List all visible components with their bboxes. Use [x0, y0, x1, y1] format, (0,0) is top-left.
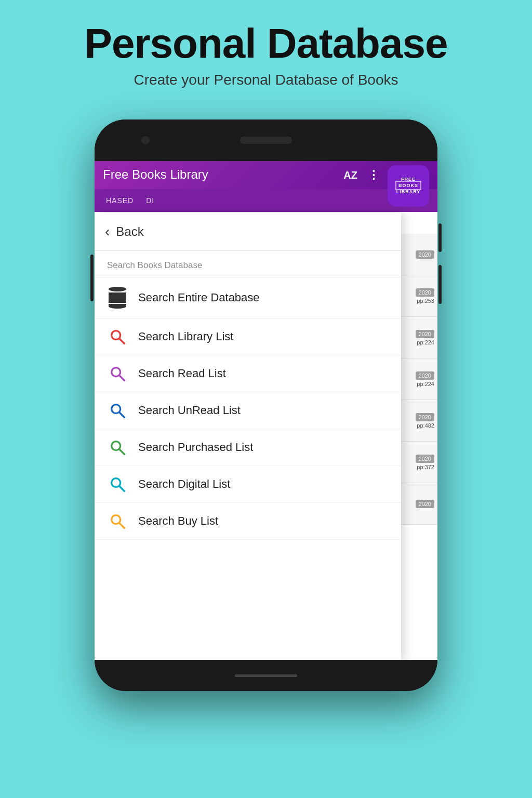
menu-item-digital-list[interactable]: Search Digital List — [95, 466, 401, 503]
phone-mockup: 2020 2020 pp:253 2020 pp:224 2020 pp:224… — [95, 119, 437, 691]
menu-label-read-list: Search Read List — [138, 367, 226, 380]
svg-line-1 — [119, 339, 124, 343]
back-chevron-icon: ‹ — [105, 223, 110, 240]
phone-frame: 2020 2020 pp:253 2020 pp:224 2020 pp:224… — [95, 119, 437, 691]
phone-bottom — [95, 660, 437, 691]
menu-label-library-list: Search Library List — [138, 330, 233, 343]
phone-screen: 2020 2020 pp:253 2020 pp:224 2020 pp:224… — [95, 161, 437, 660]
svg-line-5 — [119, 413, 124, 417]
back-label: Back — [116, 224, 143, 239]
search-buy-icon — [107, 512, 128, 530]
app-logo: FREE BOOKS LIBRARY — [388, 165, 429, 207]
svg-line-11 — [119, 523, 124, 528]
front-camera — [141, 136, 150, 144]
database-icon — [107, 287, 128, 309]
section-header: Search Books Database — [95, 251, 401, 277]
menu-item-read-list[interactable]: Search Read List — [95, 355, 401, 392]
page-subtitle: Create your Personal Database of Books — [85, 72, 448, 88]
more-options-icon[interactable]: ⋮ — [368, 168, 380, 182]
page-title: Personal Database — [85, 21, 448, 66]
menu-label-entire-db: Search Entire Database — [138, 291, 260, 304]
svg-line-9 — [119, 486, 124, 491]
menu-label-buy-list: Search Buy List — [138, 514, 218, 528]
power-button — [90, 255, 94, 301]
menu-item-entire-db[interactable]: Search Entire Database — [95, 277, 401, 318]
app-title: Free Books Library — [103, 167, 208, 182]
page-header: Personal Database Create your Personal D… — [85, 0, 448, 99]
search-digital-icon — [107, 475, 128, 493]
svg-line-3 — [119, 376, 124, 380]
menu-item-unread-list[interactable]: Search UnRead List — [95, 392, 401, 429]
search-unread-icon — [107, 402, 128, 419]
home-indicator — [235, 674, 297, 677]
app-header: Free Books Library AZ ⋮ FREE BOOKS LIBRA… — [95, 161, 437, 189]
menu-item-library-list[interactable]: Search Library List — [95, 318, 401, 355]
header-icons: AZ ⋮ — [343, 168, 380, 182]
speaker — [240, 137, 292, 144]
volume-up-button — [438, 223, 442, 252]
menu-label-purchased-list: Search Purchased List — [138, 441, 253, 454]
tab-row: HASED DI — [95, 189, 437, 212]
menu-label-digital-list: Search Digital List — [138, 477, 230, 491]
phone-top — [95, 119, 437, 161]
tab-purchased[interactable]: HASED — [100, 196, 140, 205]
back-button[interactable]: ‹ Back — [95, 213, 401, 251]
volume-down-button — [438, 265, 442, 304]
sort-az-icon[interactable]: AZ — [343, 169, 357, 181]
search-library-icon — [107, 328, 128, 345]
svg-line-7 — [119, 449, 124, 454]
menu-item-buy-list[interactable]: Search Buy List — [95, 503, 401, 540]
drawer-menu: ‹ Back Search Books Database Search Enti… — [95, 213, 401, 660]
menu-label-unread-list: Search UnRead List — [138, 404, 241, 417]
menu-item-purchased-list[interactable]: Search Purchased List — [95, 429, 401, 466]
search-purchased-icon — [107, 438, 128, 456]
search-read-icon — [107, 365, 128, 382]
tab-digital[interactable]: DI — [140, 196, 161, 205]
